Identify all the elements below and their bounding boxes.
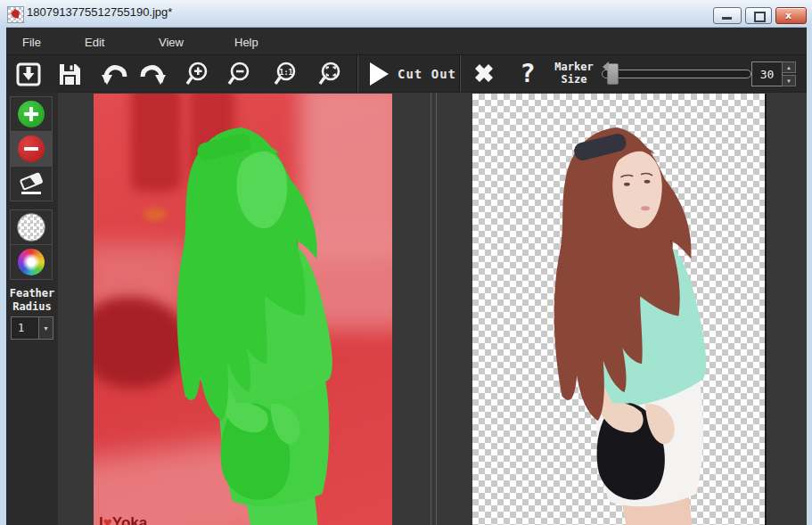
minimize-icon: [722, 17, 732, 20]
source-image-marked[interactable]: I♥Yoka: [94, 94, 392, 525]
menubar: File Edit View Help: [6, 28, 807, 55]
plus-circle-icon: [18, 101, 45, 127]
feather-radius-value: 1: [12, 317, 38, 339]
marker-size-slider[interactable]: [602, 70, 751, 78]
splitter-line: [436, 93, 437, 525]
clear-marks-button[interactable]: [468, 58, 500, 88]
checkerboard-circle-icon: [17, 213, 45, 242]
mark-keep-tool[interactable]: [10, 96, 53, 132]
zoom-in-icon: [184, 61, 210, 87]
minimize-button[interactable]: [713, 7, 742, 24]
green-foreground-subject: [94, 94, 392, 525]
undo-button[interactable]: [98, 59, 130, 89]
eraser-tool[interactable]: [10, 166, 53, 201]
zoom-fit-button[interactable]: [314, 59, 346, 89]
feather-radius-label: Feather Radius: [6, 287, 58, 314]
zoom-fit-icon: [316, 61, 343, 87]
toolbar-separator: [460, 55, 461, 92]
marker-size-slider-handle[interactable]: [607, 63, 619, 85]
restore-icon: [754, 12, 766, 22]
zoom-actual-button[interactable]: 1:1: [269, 59, 301, 89]
toolbar-separator: [357, 55, 358, 92]
redo-button[interactable]: [137, 59, 169, 89]
panel-splitter[interactable]: [392, 93, 472, 525]
zoom-in-button[interactable]: [181, 59, 213, 89]
menu-edit[interactable]: Edit: [79, 34, 110, 51]
cut-out-label: Cut Out: [398, 67, 456, 81]
help-button[interactable]: ?: [514, 55, 541, 91]
undo-icon: [100, 61, 128, 87]
import-image-icon: [15, 61, 42, 87]
editor-canvas: I♥Yoka: [58, 92, 807, 525]
watermark: I♥Yoka: [99, 514, 147, 525]
minus-circle-icon: [18, 135, 45, 162]
heart-icon: ♥: [103, 514, 112, 525]
slider-nub: [603, 62, 609, 72]
restore-button[interactable]: [745, 7, 772, 24]
save-button[interactable]: [53, 59, 86, 89]
close-button[interactable]: x: [775, 7, 807, 24]
eraser-icon: [17, 169, 45, 198]
cutout-subject: [472, 94, 765, 525]
svg-text:1:1: 1:1: [279, 68, 292, 77]
cut-out-button[interactable]: Cut Out: [361, 55, 457, 92]
marker-size-label: Marker Size: [548, 61, 600, 86]
save-icon: [56, 61, 83, 87]
question-icon: ?: [520, 58, 535, 88]
spinner-down-button[interactable]: ▼: [782, 75, 796, 86]
marker-size-spinner: ▲ ▼: [782, 62, 796, 86]
close-icon: x: [785, 10, 791, 21]
zoom-out-icon: [226, 61, 252, 87]
feather-radius-dropdown[interactable]: 1 ▼: [11, 316, 53, 340]
splitter-line: [431, 93, 431, 525]
mark-remove-tool[interactable]: [10, 131, 53, 167]
window-border-left: [0, 27, 6, 525]
window-border-right: [807, 27, 812, 525]
cutout-preview: [472, 94, 767, 525]
tool-sidebar: Feather Radius 1 ▼: [6, 92, 59, 525]
titlebar[interactable]: 1807913775512755190.jpg* x: [0, 0, 812, 28]
spinner-up-button[interactable]: ▲: [782, 62, 796, 73]
transparent-background-tool[interactable]: [10, 209, 53, 245]
chevron-down-icon[interactable]: ▼: [38, 317, 53, 339]
window-controls: x: [713, 7, 807, 24]
zoom-1-1-icon: 1:1: [272, 61, 299, 87]
menu-view[interactable]: View: [153, 34, 189, 51]
play-icon: [368, 62, 390, 86]
background-color-tool[interactable]: [10, 244, 53, 280]
import-image-button[interactable]: [12, 59, 45, 89]
zoom-out-button[interactable]: [223, 59, 255, 89]
x-icon: [472, 61, 496, 86]
marker-size-value[interactable]: 30: [751, 62, 783, 86]
app-window: 1807913775512755190.jpg* x File Edit Vie…: [0, 0, 812, 525]
redo-icon: [139, 61, 168, 87]
app-icon: [7, 6, 24, 23]
color-wheel-icon: [18, 249, 45, 275]
menu-help[interactable]: Help: [229, 34, 264, 51]
toolbar: 1:1 Cut Out ? Marker: [6, 55, 807, 92]
menu-file[interactable]: File: [17, 34, 46, 51]
window-title: 1807913775512755190.jpg*: [27, 5, 172, 19]
